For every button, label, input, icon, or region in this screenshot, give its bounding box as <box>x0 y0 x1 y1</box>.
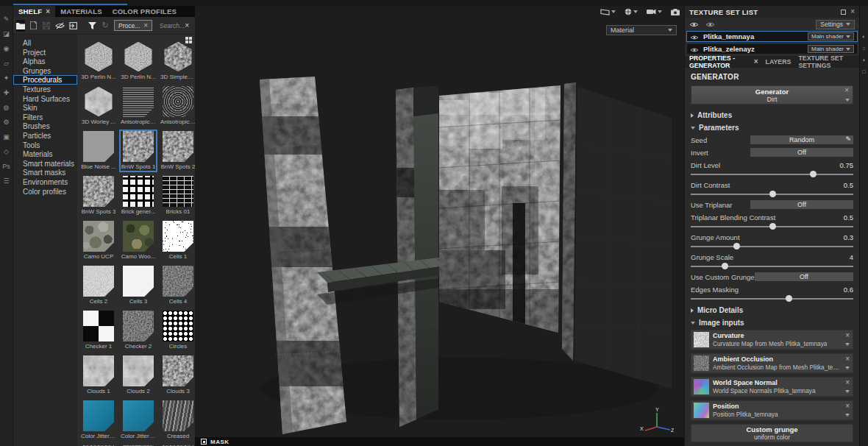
shelf-resource[interactable]: Creased <box>159 399 195 442</box>
generator-resource-box[interactable]: Generator Dirt × <box>691 85 853 105</box>
resource-thumbnail[interactable] <box>163 176 193 207</box>
display-settings-icon[interactable] <box>600 9 616 15</box>
slider-handle[interactable] <box>733 243 740 249</box>
shelf-category[interactable]: Skin <box>13 103 77 113</box>
shelf-category[interactable]: Filters <box>13 113 77 122</box>
shelf-category[interactable]: All <box>13 38 77 48</box>
group-parameters[interactable]: Parameters <box>691 122 853 133</box>
shelf-resource[interactable]: BnW Spots 3 <box>79 174 118 217</box>
settings-dropdown[interactable]: Settings <box>816 20 855 29</box>
texture-set-row[interactable]: Plitka_temnaya Main shader <box>686 31 858 42</box>
grid-view-icon[interactable] <box>185 37 192 43</box>
resource-thumbnail[interactable] <box>83 131 114 162</box>
shader-dropdown[interactable]: Main shader <box>808 45 854 53</box>
projection-tool-icon[interactable]: ◉ <box>4 46 10 52</box>
mask-checkbox[interactable] <box>201 439 207 445</box>
import-resources-icon[interactable] <box>69 20 78 32</box>
photoshop-badge[interactable]: Ps <box>2 163 10 170</box>
slider-handle[interactable] <box>810 171 817 177</box>
shelf-resource[interactable]: Brick gener... <box>119 174 157 217</box>
shelf-category[interactable]: Smart materials <box>13 159 77 169</box>
resource-thumbnail[interactable] <box>83 176 114 207</box>
group-micro-details[interactable]: Micro Details <box>691 305 853 316</box>
parameter-slider[interactable] <box>691 243 853 249</box>
resource-thumbnail[interactable] <box>123 86 154 117</box>
material-mode-icon[interactable] <box>625 8 638 15</box>
slider-track[interactable] <box>691 174 853 175</box>
resource-thumbnail[interactable] <box>123 355 154 386</box>
shelf-resource[interactable]: Cells 3 <box>119 264 157 307</box>
shelf-category[interactable]: Grunges <box>13 66 77 76</box>
show-all-eye-icon[interactable] <box>689 18 699 31</box>
solo-eye-icon[interactable] <box>705 18 715 31</box>
shelf-resource[interactable]: Anisotropic ... <box>159 85 195 127</box>
shelf-resource[interactable]: Bricks 01 <box>159 174 195 217</box>
shader-dropdown[interactable]: Main shader <box>808 32 854 40</box>
refresh-icon[interactable]: ↻ <box>101 20 110 32</box>
resource-thumbnail[interactable] <box>83 355 114 386</box>
save-icon[interactable] <box>43 20 51 32</box>
shelf-resource[interactable]: Camo UCP <box>79 219 118 262</box>
slider-track[interactable] <box>691 266 853 267</box>
clear-search-icon[interactable]: × <box>185 22 189 29</box>
shelf-resource[interactable]: Cells 2 <box>79 264 118 307</box>
slider-track[interactable] <box>691 246 853 247</box>
shelf-resource[interactable]: Circles <box>159 309 195 352</box>
shelf-category[interactable]: Environments <box>13 177 77 187</box>
shelf-resource[interactable]: Checker 1 <box>79 309 118 352</box>
remove-input-icon[interactable]: × <box>845 355 850 363</box>
rotate-icon[interactable]: ◗ <box>862 57 866 63</box>
close-icon[interactable]: × <box>754 58 758 66</box>
tab-materials[interactable]: MATERIALS <box>55 6 107 17</box>
slider-track[interactable] <box>691 298 853 300</box>
slider-handle[interactable] <box>769 191 776 197</box>
remove-input-icon[interactable]: × <box>845 403 850 410</box>
swatch-icon[interactable]: ◇ <box>4 149 9 155</box>
undock-icon[interactable] <box>841 10 846 15</box>
custom-grunge-box[interactable]: Custom grunge uniform color <box>691 424 853 442</box>
filter-funnel-icon[interactable] <box>88 20 97 32</box>
parameter-value-button[interactable]: Off <box>755 272 853 281</box>
viewport-3d[interactable]: Material MASK Y X Z <box>195 6 684 446</box>
shelf-resource[interactable]: Color Jitter (... <box>79 399 118 442</box>
image-input-card[interactable]: Ambient Occlusion Ambient Occlusion Map … <box>691 353 853 373</box>
parameter-slider[interactable] <box>691 171 853 177</box>
resource-thumbnail[interactable] <box>123 176 154 207</box>
shelf-category[interactable]: Color profiles <box>13 187 77 197</box>
tab-color-profiles[interactable]: COLOR PROFILES <box>107 6 182 17</box>
settings-icon[interactable]: ⚙ <box>3 119 9 126</box>
search-input[interactable]: Search...× <box>157 20 192 31</box>
shelf-resource[interactable]: 3D Perlin N... <box>79 40 118 82</box>
resource-thumbnail[interactable] <box>163 400 193 431</box>
resource-thumbnail[interactable] <box>163 221 193 252</box>
tab-shelf[interactable]: SHELF× <box>13 6 55 17</box>
new-file-icon[interactable] <box>29 20 38 32</box>
parameter-value-button[interactable]: Off <box>750 148 853 157</box>
close-icon[interactable]: × <box>46 8 50 15</box>
tab-properties-generator[interactable]: PROPERTIES - GENERATOR× <box>689 54 758 69</box>
clone-tool-icon[interactable]: ✚ <box>4 90 10 96</box>
sphere-icon[interactable]: ◐ <box>862 34 866 40</box>
resource-thumbnail[interactable] <box>123 266 154 297</box>
visibility-eye-icon[interactable] <box>690 43 699 56</box>
shelf-resource[interactable]: Anisotropic ... <box>119 85 157 127</box>
resource-thumbnail[interactable] <box>163 131 193 162</box>
shelf-category[interactable]: Materials <box>13 149 77 159</box>
shelf-resource[interactable]: Clouds 1 <box>79 354 118 397</box>
parameter-slider[interactable] <box>691 263 853 269</box>
resource-thumbnail[interactable] <box>123 221 154 252</box>
shelf-category[interactable]: Alphas <box>13 57 77 66</box>
frame-icon[interactable]: □ <box>862 69 866 75</box>
material-picker-tool-icon[interactable]: ◍ <box>4 105 10 111</box>
resource-thumbnail[interactable] <box>83 266 114 297</box>
remove-generator-icon[interactable]: × <box>844 87 849 94</box>
close-icon[interactable]: × <box>143 22 148 29</box>
filter-chip[interactable]: Proce...× <box>114 20 152 31</box>
resource-thumbnail[interactable] <box>163 355 193 386</box>
shelf-resource[interactable]: Cells 4 <box>159 264 195 307</box>
shelf-category[interactable]: Textures <box>13 85 77 94</box>
screenshot-icon[interactable] <box>671 9 680 15</box>
shelf-category[interactable]: Tools <box>13 141 77 150</box>
resource-thumbnail[interactable] <box>123 131 154 162</box>
camera-mode-icon[interactable] <box>647 9 662 15</box>
